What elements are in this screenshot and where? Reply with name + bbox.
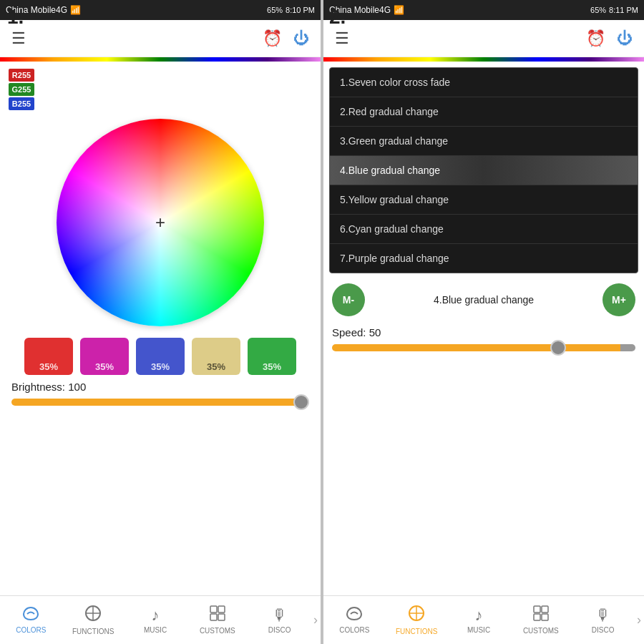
function-item-3-label: 3.Green gradual change	[340, 135, 448, 147]
nav-disco-1[interactable]: 🎙 DISCO	[248, 596, 311, 644]
alarm-icon-2[interactable]: ⏰	[586, 29, 605, 48]
mode-prev-btn[interactable]: M-	[332, 283, 365, 316]
function-item-2[interactable]: 2.Red gradual change	[330, 97, 638, 127]
function-item-6[interactable]: 6.Cyan gradual change	[330, 215, 638, 244]
nav-disco-2[interactable]: 🎙 DISCO	[572, 596, 634, 644]
mode-next-label: M+	[612, 294, 626, 306]
b-value: 255	[18, 99, 31, 108]
function-item-4[interactable]: 4.Blue gradual change	[330, 156, 638, 185]
nav-music-label-2: MUSIC	[467, 626, 490, 634]
r-box: R 255	[9, 69, 34, 82]
status-right-2: 65% 8:11 PM	[590, 6, 638, 14]
nav-customs-label-2: CUSTOMS	[523, 627, 559, 635]
menu-icon-2[interactable]: ☰	[335, 29, 349, 48]
function-item-7-label: 7.Purple gradual change	[340, 253, 449, 264]
g-box: G 255	[9, 83, 34, 96]
battery-2: 65%	[590, 6, 606, 14]
swatch-yellow[interactable]: 35%	[192, 338, 240, 375]
app-wrapper: 1. 2. China Mobile4G 📶 65% 8:10 PM ☰ ⏰ ⏻	[0, 0, 644, 644]
svg-rect-4	[218, 606, 225, 613]
screen-1: China Mobile4G 📶 65% 8:10 PM ☰ ⏰ ⏻	[0, 0, 321, 644]
svg-rect-11	[542, 606, 548, 613]
brightness-section: Brightness: 100	[9, 381, 312, 406]
g-label: G 255	[9, 83, 34, 96]
nav-music-1[interactable]: ♪ MUSIC	[125, 596, 187, 644]
speed-label: Speed: 50	[332, 326, 635, 338]
g-value: 255	[18, 85, 31, 94]
nav-customs-2[interactable]: CUSTOMS	[509, 596, 572, 644]
customs-icon-1	[210, 605, 225, 625]
function-item-5[interactable]: 5.Yellow gradual change	[330, 185, 638, 215]
nav-customs-1[interactable]: CUSTOMS	[186, 596, 248, 644]
functions-content: 1.Seven color cross fade 2.Red gradual c…	[323, 62, 644, 595]
function-item-7[interactable]: 7.Purple gradual change	[330, 244, 638, 273]
r-letter: R	[12, 71, 18, 79]
r-label: R 255	[9, 69, 34, 82]
nav-arrow-1[interactable]: ›	[311, 596, 321, 644]
swatch-green-label: 35%	[263, 361, 281, 372]
time-2: 8:11 PM	[609, 6, 638, 14]
crosshair: +	[155, 213, 165, 233]
mode-prev-label: M-	[343, 294, 354, 306]
mode-controls: M- 4.Blue gradual change M+	[329, 283, 638, 316]
nav-colors-label-2: COLORS	[339, 626, 369, 634]
function-item-1[interactable]: 1.Seven color cross fade	[330, 68, 638, 97]
b-letter: B	[12, 99, 18, 108]
function-item-3[interactable]: 3.Green gradual change	[330, 127, 638, 156]
swatch-red[interactable]: 35%	[24, 338, 73, 375]
function-item-5-label: 5.Yellow gradual change	[340, 194, 449, 205]
nav-functions-label-1: FUNCTIONS	[72, 628, 114, 635]
color-wheel-wrapper: +	[9, 119, 312, 326]
swatch-blue[interactable]: 35%	[136, 338, 185, 375]
top-bar-1: ☰ ⏰ ⏻	[0, 20, 321, 57]
nav-functions-2[interactable]: FUNCTIONS	[386, 596, 448, 644]
nav-arrow-2[interactable]: ›	[634, 596, 644, 644]
nav-colors-2[interactable]: COLORS	[323, 596, 386, 644]
nav-colors-label-1: COLORS	[16, 626, 46, 634]
nav-colors-1[interactable]: COLORS	[0, 596, 62, 644]
svg-rect-13	[542, 614, 548, 620]
swatch-yellow-label: 35%	[207, 361, 225, 372]
svg-rect-5	[210, 614, 217, 620]
b-label: B 255	[9, 97, 34, 110]
nav-music-2[interactable]: ♪ MUSIC	[448, 596, 510, 644]
color-wheel[interactable]: +	[57, 119, 264, 326]
b-box: B 255	[9, 97, 34, 110]
nav-functions-1[interactable]: FUNCTIONS	[62, 596, 125, 644]
function-item-6-label: 6.Cyan gradual change	[340, 223, 444, 235]
color-swatches: 35% 35% 35% 35% 35%	[9, 338, 312, 375]
top-bar-2: ☰ ⏰ ⏻	[323, 20, 644, 57]
functions-icon-1	[84, 605, 102, 626]
r-value: 255	[18, 71, 31, 79]
power-icon-1[interactable]: ⏻	[293, 29, 309, 48]
top-right-icons-1: ⏰ ⏻	[263, 29, 309, 48]
swatch-blue-label: 35%	[151, 361, 170, 372]
time-1: 8:10 PM	[286, 6, 315, 14]
top-right-icons-2: ⏰ ⏻	[586, 29, 633, 48]
swatch-green[interactable]: 35%	[248, 338, 296, 375]
status-bar-1: China Mobile4G 📶 65% 8:10 PM	[0, 0, 321, 20]
nav-music-label-1: MUSIC	[144, 626, 167, 634]
speed-thumb[interactable]	[550, 340, 566, 356]
alarm-icon-1[interactable]: ⏰	[263, 29, 282, 48]
speed-slider[interactable]	[332, 344, 635, 351]
rgb-labels: R 255 G 255 B 255	[9, 69, 34, 110]
power-icon-2[interactable]: ⏻	[617, 29, 633, 48]
brightness-thumb[interactable]	[293, 394, 309, 410]
bottom-nav-1: COLORS FUNCTIONS ♪ MUSIC CUSTOMS 🎙 DI	[0, 595, 321, 644]
screen-2: China Mobile4G 📶 65% 8:11 PM ☰ ⏰ ⏻	[323, 0, 644, 644]
function-item-2-label: 2.Red gradual change	[340, 106, 439, 117]
speed-section: Speed: 50	[329, 326, 638, 351]
colors-icon-1	[22, 606, 39, 625]
colors-content: R 255 G 255 B 255	[0, 62, 321, 595]
mode-next-btn[interactable]: M+	[602, 283, 635, 316]
menu-icon-1[interactable]: ☰	[11, 29, 26, 48]
disco-icon-1: 🎙	[272, 606, 288, 625]
screen-number-1: 1.	[7, 6, 24, 29]
svg-rect-10	[534, 606, 540, 613]
brightness-slider[interactable]	[11, 399, 309, 406]
status-bar-2: China Mobile4G 📶 65% 8:11 PM	[323, 0, 644, 20]
colors-content-wrapper: R 255 G 255 B 255	[0, 62, 321, 595]
signal-icon: 📶	[70, 5, 81, 15]
swatch-magenta[interactable]: 35%	[80, 338, 129, 375]
